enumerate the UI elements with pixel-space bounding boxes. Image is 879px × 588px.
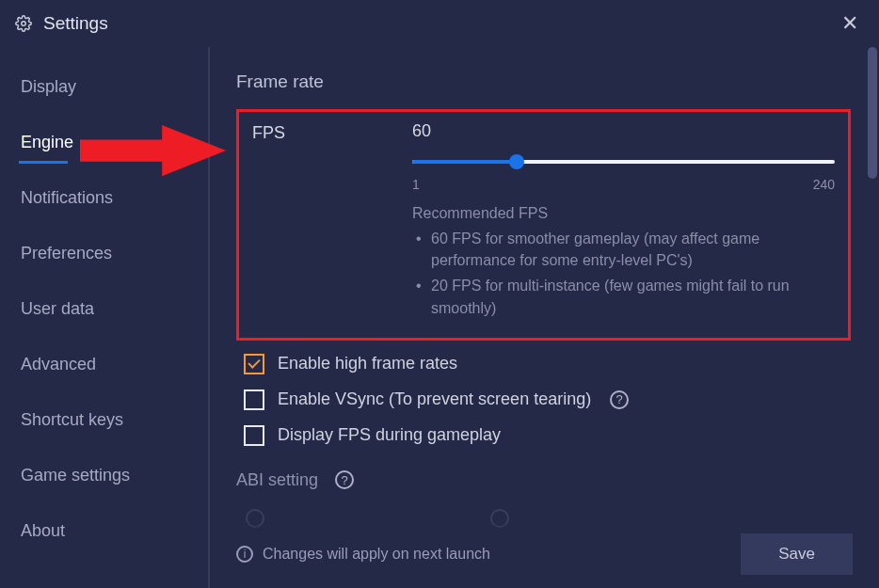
checkbox-label: Display FPS during gameplay (278, 425, 501, 445)
checkbox-label: Enable high frame rates (278, 354, 457, 373)
slider-max-label: 240 (813, 177, 835, 192)
recommended-fps-title: Recommended FPS (412, 205, 835, 222)
slider-fill (412, 160, 517, 164)
help-icon[interactable]: ? (335, 470, 354, 489)
checkbox-display-fps[interactable] (244, 425, 264, 446)
sidebar: Display Engine Notifications Preferences… (0, 47, 210, 588)
fps-value: 60 (412, 121, 835, 141)
main-panel: Frame rate FPS 60 1 240 Recommended FPS (210, 47, 879, 588)
save-button[interactable]: Save (741, 533, 853, 575)
recommended-fps-item: 60 FPS for smoother gameplay (may affect… (431, 228, 835, 271)
scrollbar-thumb[interactable] (868, 47, 877, 179)
titlebar: Settings ✕ (0, 0, 879, 47)
slider-min-label: 1 (412, 177, 420, 192)
sidebar-item-game-settings[interactable]: Game settings (19, 460, 208, 491)
window-title: Settings (43, 13, 836, 34)
sidebar-item-notifications[interactable]: Notifications (19, 183, 208, 214)
section-title-frame-rate: Frame rate (236, 72, 851, 92)
close-icon: ✕ (841, 11, 858, 35)
abi-setting-title: ABI setting (236, 470, 318, 490)
sidebar-item-user-data[interactable]: User data (19, 294, 208, 325)
fps-label: FPS (252, 121, 412, 323)
checkbox-label: Enable VSync (To prevent screen tearing) (278, 389, 591, 409)
sidebar-item-preferences[interactable]: Preferences (19, 238, 208, 269)
recommended-fps-item: 20 FPS for multi-instance (few games mig… (431, 275, 835, 318)
sidebar-item-about[interactable]: About (19, 516, 208, 547)
footer-bar: i Changes will apply on next launch Save (210, 520, 879, 588)
scrollbar[interactable] (868, 47, 877, 588)
recommended-fps-list: 60 FPS for smoother gameplay (may affect… (412, 228, 835, 319)
svg-point-0 (22, 22, 26, 26)
info-icon: i (236, 546, 253, 563)
sidebar-item-display[interactable]: Display (19, 72, 208, 103)
close-button[interactable]: ✕ (836, 11, 864, 36)
fps-slider[interactable] (412, 154, 835, 169)
footer-notice: Changes will apply on next launch (263, 546, 741, 563)
gear-icon (15, 15, 32, 32)
fps-highlight-box: FPS 60 1 240 Recommended FPS 60 FPS for (236, 109, 851, 341)
sidebar-item-advanced[interactable]: Advanced (19, 349, 208, 380)
sidebar-item-shortcut-keys[interactable]: Shortcut keys (19, 405, 208, 436)
checkbox-enable-high-frame-rates[interactable] (244, 354, 264, 374)
help-icon[interactable]: ? (610, 390, 629, 409)
checkbox-enable-vsync[interactable] (244, 389, 264, 410)
slider-thumb[interactable] (509, 154, 524, 169)
sidebar-item-engine[interactable]: Engine (19, 127, 208, 158)
